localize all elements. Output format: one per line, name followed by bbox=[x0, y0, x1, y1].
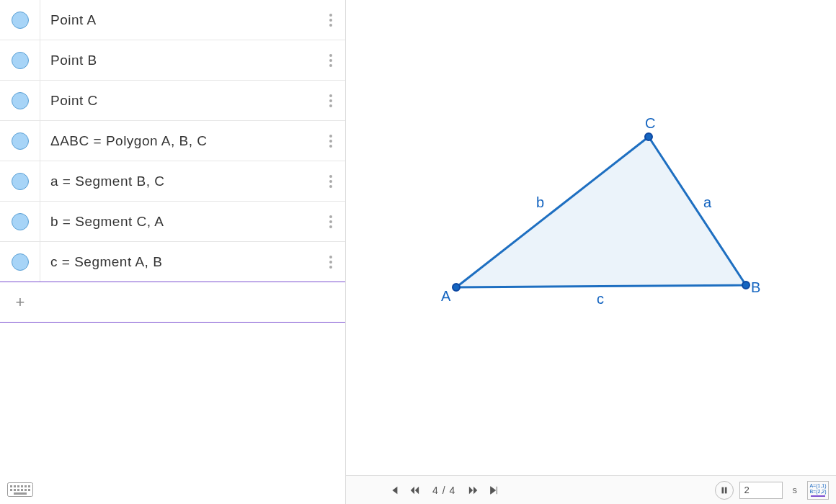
svg-rect-8 bbox=[14, 489, 16, 491]
algebra-label: Point B bbox=[40, 53, 316, 68]
algebra-label: ΔABC = Polygon A, B, C bbox=[40, 133, 316, 149]
algebra-input[interactable] bbox=[40, 282, 345, 322]
protocol-icon: A=(1,1)B=(2,2) bbox=[809, 483, 826, 495]
visibility-toggle-icon[interactable] bbox=[12, 12, 29, 29]
svg-rect-16 bbox=[724, 487, 726, 493]
forward-icon bbox=[468, 485, 479, 495]
visibility-toggle-icon[interactable] bbox=[12, 92, 29, 109]
step-counter: 4 / 4 bbox=[430, 485, 458, 496]
new-input-row[interactable]: + bbox=[0, 282, 345, 323]
point-b[interactable] bbox=[742, 281, 750, 289]
plus-icon: + bbox=[0, 282, 40, 322]
algebra-label: c = Segment A, B bbox=[40, 254, 316, 270]
speed-input[interactable] bbox=[739, 482, 783, 499]
algebra-row[interactable]: Point A bbox=[0, 0, 345, 40]
svg-rect-3 bbox=[17, 485, 19, 487]
pause-icon bbox=[719, 485, 729, 495]
nav-last-button[interactable] bbox=[489, 485, 499, 495]
skip-last-icon bbox=[489, 485, 499, 495]
play-pause-button[interactable] bbox=[715, 481, 734, 500]
algebra-panel: Point A Point B Point C ΔABC = Polygon A… bbox=[0, 0, 346, 504]
row-menu-button[interactable] bbox=[316, 256, 345, 269]
svg-marker-14 bbox=[456, 137, 746, 287]
svg-rect-9 bbox=[17, 489, 19, 491]
svg-rect-1 bbox=[10, 485, 12, 487]
nav-prev-button[interactable] bbox=[409, 485, 419, 495]
algebra-label: a = Segment B, C bbox=[40, 174, 316, 189]
algebra-row[interactable]: Point B bbox=[0, 40, 345, 81]
more-vertical-icon bbox=[329, 135, 332, 148]
svg-rect-10 bbox=[21, 489, 23, 491]
virtual-keyboard-button[interactable] bbox=[7, 482, 33, 497]
vertex-label-b: B bbox=[751, 279, 760, 296]
protocol-button[interactable]: A=(1,1)B=(2,2) bbox=[807, 481, 829, 500]
triangle-polygon[interactable] bbox=[346, 0, 836, 475]
row-menu-button[interactable] bbox=[316, 215, 345, 228]
speed-unit: s bbox=[788, 485, 802, 495]
skip-first-icon bbox=[389, 485, 399, 495]
algebra-label: b = Segment C, A bbox=[40, 214, 316, 230]
algebra-row[interactable]: ΔABC = Polygon A, B, C bbox=[0, 121, 345, 161]
visibility-toggle-icon[interactable] bbox=[12, 213, 29, 230]
edge-label-a: a bbox=[703, 194, 711, 211]
rewind-icon bbox=[409, 485, 419, 495]
svg-rect-11 bbox=[25, 489, 27, 491]
algebra-row[interactable]: Point C bbox=[0, 81, 345, 121]
svg-rect-13 bbox=[14, 492, 27, 495]
algebra-label: Point A bbox=[40, 12, 316, 28]
keyboard-icon bbox=[7, 482, 33, 497]
more-vertical-icon bbox=[329, 94, 332, 107]
more-vertical-icon bbox=[329, 54, 332, 67]
visibility-toggle-icon[interactable] bbox=[12, 52, 29, 69]
svg-rect-12 bbox=[28, 489, 30, 491]
edge-label-b: b bbox=[536, 194, 544, 211]
row-menu-button[interactable] bbox=[316, 54, 345, 67]
visibility-toggle-icon[interactable] bbox=[12, 253, 29, 271]
svg-rect-15 bbox=[721, 487, 724, 493]
svg-rect-5 bbox=[25, 485, 27, 487]
more-vertical-icon bbox=[329, 175, 332, 188]
svg-rect-4 bbox=[21, 485, 23, 487]
point-c[interactable] bbox=[644, 132, 653, 141]
svg-rect-6 bbox=[28, 485, 30, 487]
graphics-view[interactable]: A B C a b c 4 / 4 bbox=[346, 0, 836, 504]
vertex-label-a: A bbox=[441, 288, 450, 305]
visibility-toggle-icon[interactable] bbox=[12, 132, 29, 150]
point-a[interactable] bbox=[452, 283, 461, 292]
edge-label-c: c bbox=[597, 291, 604, 307]
more-vertical-icon bbox=[329, 215, 332, 228]
svg-rect-7 bbox=[10, 489, 12, 491]
navigation-bar: 4 / 4 s A=(1,1)B=(2,2) bbox=[346, 475, 836, 504]
algebra-label: Point C bbox=[40, 93, 316, 109]
algebra-row[interactable]: c = Segment A, B bbox=[0, 242, 345, 282]
algebra-row[interactable]: b = Segment C, A bbox=[0, 202, 345, 242]
algebra-row[interactable]: a = Segment B, C bbox=[0, 161, 345, 202]
nav-first-button[interactable] bbox=[389, 485, 399, 495]
row-menu-button[interactable] bbox=[316, 135, 345, 148]
svg-rect-2 bbox=[14, 485, 16, 487]
vertex-label-c: C bbox=[645, 115, 655, 132]
more-vertical-icon bbox=[329, 14, 332, 27]
nav-next-button[interactable] bbox=[468, 485, 479, 495]
visibility-toggle-icon[interactable] bbox=[12, 173, 29, 190]
row-menu-button[interactable] bbox=[316, 14, 345, 27]
row-menu-button[interactable] bbox=[316, 94, 345, 107]
row-menu-button[interactable] bbox=[316, 175, 345, 188]
more-vertical-icon bbox=[329, 256, 332, 269]
